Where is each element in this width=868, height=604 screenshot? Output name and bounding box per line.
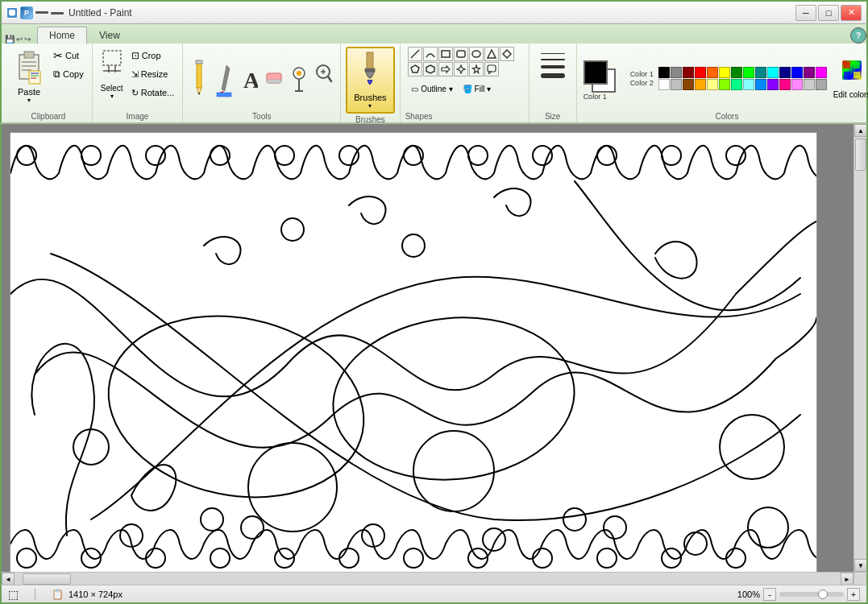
fill-icon bbox=[215, 57, 233, 99]
canvas-container bbox=[10, 132, 817, 572]
eraser-tool[interactable] bbox=[263, 55, 285, 103]
color-swatch-rose[interactable] bbox=[779, 79, 791, 90]
color-swatch-darkred[interactable] bbox=[683, 67, 694, 78]
pentagon-shape[interactable] bbox=[408, 62, 422, 77]
zoom-tool[interactable] bbox=[313, 55, 335, 103]
outline-button[interactable]: ▭ Outline ▾ bbox=[408, 80, 455, 97]
outline-fill-row: ▭ Outline ▾ 🪣 Fill ▾ bbox=[408, 80, 494, 97]
zoom-percent: 100% bbox=[737, 590, 760, 599]
scroll-right-button[interactable]: ► bbox=[841, 573, 853, 585]
color-swatch-purple[interactable] bbox=[804, 67, 815, 78]
maximize-button[interactable]: □ bbox=[818, 5, 839, 21]
scroll-v-thumb[interactable] bbox=[855, 139, 866, 171]
resize-button[interactable]: ⇲ Resize bbox=[128, 65, 178, 83]
system-menu-icon[interactable]: P bbox=[6, 6, 64, 19]
diamond-shape[interactable] bbox=[500, 47, 514, 61]
quick-access-redo[interactable]: ↪ bbox=[24, 35, 31, 43]
brushes-button[interactable]: Brushes ▾ bbox=[346, 47, 394, 114]
roundrect-shape[interactable] bbox=[454, 47, 468, 61]
paint-canvas[interactable] bbox=[10, 132, 817, 572]
curve-shape[interactable] bbox=[423, 47, 438, 61]
color-swatch-silver[interactable] bbox=[671, 79, 682, 90]
color-swatch-red[interactable] bbox=[695, 67, 706, 78]
color-swatch-darkblue[interactable] bbox=[779, 67, 791, 78]
edit-colors-button[interactable]: Edit colors bbox=[832, 57, 868, 101]
color-swatch-magenta[interactable] bbox=[816, 67, 827, 78]
svg-rect-21 bbox=[267, 80, 281, 83]
text-tool[interactable]: A bbox=[238, 55, 260, 103]
rotate-button[interactable]: ↻ Rotate... bbox=[128, 84, 178, 101]
triangle-shape[interactable] bbox=[484, 47, 499, 61]
scroll-h-thumb[interactable] bbox=[23, 573, 71, 585]
rect-shape[interactable] bbox=[438, 47, 453, 61]
color-swatch-gold[interactable] bbox=[695, 79, 706, 90]
scroll-left-button[interactable]: ◄ bbox=[2, 573, 15, 585]
color-swatch-darkgreen[interactable] bbox=[731, 67, 742, 78]
tab-home[interactable]: Home bbox=[37, 27, 87, 44]
color-swatch-midgray[interactable] bbox=[816, 79, 827, 90]
star4-shape[interactable] bbox=[454, 62, 468, 77]
size-line-3 bbox=[541, 65, 565, 68]
color-swatch-brown[interactable] bbox=[683, 79, 694, 90]
scroll-up-button[interactable]: ▲ bbox=[854, 124, 867, 137]
color-labels-col: Color 1 Color 2 bbox=[630, 70, 654, 87]
fill-tool[interactable] bbox=[213, 55, 235, 103]
zoom-thumb[interactable] bbox=[818, 590, 828, 599]
color-swatch-lightgray[interactable] bbox=[804, 79, 815, 90]
vertical-scrollbar: ▲ ▼ bbox=[853, 124, 866, 572]
minimize-button[interactable]: ─ bbox=[795, 5, 816, 21]
color-swatch-lightyellow[interactable] bbox=[707, 79, 718, 90]
zoom-out-button[interactable]: - bbox=[763, 588, 776, 601]
zoom-slider[interactable] bbox=[779, 592, 844, 597]
color-swatch-blue[interactable] bbox=[791, 67, 803, 78]
tab-view[interactable]: View bbox=[87, 27, 132, 43]
callout-shape[interactable] bbox=[484, 62, 499, 77]
svg-marker-44 bbox=[488, 72, 492, 74]
svg-rect-13 bbox=[197, 62, 201, 88]
color-swatch-teal[interactable] bbox=[755, 67, 766, 78]
crop-button[interactable]: ⊡ Crop bbox=[128, 47, 178, 64]
paste-button[interactable]: Paste ▾ bbox=[10, 47, 48, 105]
color-swatch-orange[interactable] bbox=[707, 67, 718, 78]
color-picker-tool[interactable] bbox=[288, 55, 310, 103]
help-button[interactable]: ? bbox=[850, 27, 866, 43]
title-left: P Untitled - Paint bbox=[6, 6, 132, 19]
selection-indicator: ⬚ bbox=[8, 588, 19, 601]
color-swatch-gray[interactable] bbox=[671, 67, 682, 78]
color-swatch-lightcyan[interactable] bbox=[743, 79, 754, 90]
arrow-shape[interactable] bbox=[438, 62, 453, 77]
image-content: Select ▾ ⊡ Crop ⇲ Resize ↻ Rotate... bbox=[98, 47, 178, 110]
fill-button[interactable]: 🪣 Fill ▾ bbox=[459, 80, 495, 97]
color-swatch-pink[interactable] bbox=[791, 79, 803, 90]
color-swatch-cyan[interactable] bbox=[767, 67, 779, 78]
color1-swatch[interactable] bbox=[584, 60, 608, 85]
color-swatch-yellow[interactable] bbox=[719, 67, 730, 78]
cut-button[interactable]: ✂ Cut bbox=[50, 47, 87, 64]
color-swatch-black[interactable] bbox=[658, 67, 670, 78]
line-shape[interactable] bbox=[408, 47, 422, 61]
select-button[interactable]: Select ▾ bbox=[98, 47, 127, 101]
color-swatch-violet[interactable] bbox=[767, 79, 779, 90]
copy-button[interactable]: ⧉ Copy bbox=[50, 65, 87, 83]
zoom-in-button[interactable]: + bbox=[847, 588, 860, 601]
color-swatch-white[interactable] bbox=[658, 79, 670, 90]
quick-access-save[interactable]: 💾 bbox=[5, 35, 15, 43]
color-swatch-springgreen[interactable] bbox=[731, 79, 742, 90]
scroll-down-button[interactable]: ▼ bbox=[854, 559, 867, 572]
hexagon-shape[interactable] bbox=[423, 62, 438, 77]
size-button[interactable] bbox=[534, 47, 571, 85]
ellipse-shape[interactable] bbox=[469, 47, 484, 61]
dimensions-section: 📋 1410 × 724px bbox=[52, 589, 123, 600]
star5-shape[interactable] bbox=[469, 62, 484, 77]
close-button[interactable]: ✕ bbox=[841, 5, 862, 21]
svg-rect-18 bbox=[217, 93, 231, 97]
color-swatch-lime[interactable] bbox=[719, 79, 730, 90]
svg-marker-40 bbox=[442, 66, 450, 72]
pencil-tool[interactable] bbox=[188, 55, 210, 103]
status-bar: ⬚ 📋 1410 × 724px 100% - + bbox=[0, 585, 868, 604]
title-text: Untitled - Paint bbox=[69, 7, 132, 19]
color-swatch-green[interactable] bbox=[743, 67, 754, 78]
quick-access-undo[interactable]: ↩ bbox=[16, 35, 23, 43]
color-swatch-skyblue[interactable] bbox=[755, 79, 766, 90]
svg-marker-36 bbox=[488, 50, 496, 58]
